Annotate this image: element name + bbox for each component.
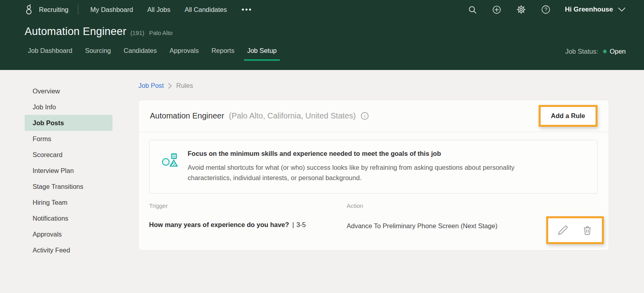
chevron-right-icon xyxy=(168,83,172,89)
search-icon[interactable] xyxy=(468,5,477,14)
shapes-diversity-icon xyxy=(161,152,178,167)
trigger-question: How many years of experience do you have… xyxy=(149,221,289,228)
help-icon[interactable]: ? xyxy=(541,5,551,14)
top-navbar: Recruiting My Dashboard All Jobs All Can… xyxy=(0,0,644,19)
sidebar-item-stage-transitions[interactable]: Stage Transitions xyxy=(25,179,113,194)
add-rule-button[interactable]: Add a Rule xyxy=(541,107,596,125)
sidebar-item-approvals[interactable]: Approvals xyxy=(25,226,113,242)
greenhouse-logo-icon[interactable] xyxy=(25,4,33,16)
sidebar-item-scorecard[interactable]: Scorecard xyxy=(25,147,113,163)
add-rule-highlight: Add a Rule xyxy=(539,105,597,127)
sidebar-item-overview[interactable]: Overview xyxy=(25,83,113,99)
breadcrumb: Job Post Rules xyxy=(138,82,609,89)
job-tabs: Job Dashboard Sourcing Candidates Approv… xyxy=(0,38,644,62)
row-actions xyxy=(548,218,602,242)
status-open-dot xyxy=(603,50,607,53)
job-req-id: (191) xyxy=(130,29,144,36)
tab-approvals[interactable]: Approvals xyxy=(167,47,202,61)
user-menu[interactable]: Hi Greenhouse xyxy=(565,6,626,14)
rules-card-title: Automation Engineer xyxy=(150,111,224,120)
product-name: Recruiting xyxy=(39,6,68,14)
rule-trigger-cell: How many years of experience do you have… xyxy=(149,221,347,229)
sidebar-item-notifications[interactable]: Notifications xyxy=(25,210,113,226)
app-header: Recruiting My Dashboard All Jobs All Can… xyxy=(0,0,644,70)
tab-job-setup[interactable]: Job Setup xyxy=(244,47,280,61)
nav-divider xyxy=(78,4,78,15)
row-actions-highlight xyxy=(546,216,604,244)
user-menu-label: Hi Greenhouse xyxy=(565,6,613,14)
trash-icon[interactable] xyxy=(582,225,592,235)
rules-card-location: (Palo Alto, California, United States) xyxy=(229,111,356,120)
main-panel: Job Post Rules Automation Engineer (Palo… xyxy=(138,70,609,258)
rule-row: How many years of experience do you have… xyxy=(149,221,597,237)
tab-sourcing[interactable]: Sourcing xyxy=(82,47,114,61)
sidebar-item-job-info[interactable]: Job Info xyxy=(25,99,113,115)
add-icon[interactable] xyxy=(492,5,501,14)
info-icon[interactable]: i xyxy=(361,112,369,120)
svg-text:i: i xyxy=(364,114,365,118)
job-setup-sidebar: Overview Job Info Job Posts Forms Scorec… xyxy=(25,83,113,258)
gear-icon[interactable] xyxy=(516,5,526,14)
nav-item-all-jobs[interactable]: All Jobs xyxy=(147,6,171,14)
sidebar-item-hiring-team[interactable]: Hiring Team xyxy=(25,194,113,210)
sidebar-item-interview-plan[interactable]: Interview Plan xyxy=(25,163,113,179)
more-menu-icon[interactable] xyxy=(241,8,252,12)
trigger-column-header: Trigger xyxy=(149,202,347,209)
trigger-separator: | xyxy=(292,221,294,228)
job-status-label: Job Status: xyxy=(565,48,598,55)
pencil-icon[interactable] xyxy=(558,225,568,235)
job-status: Job Status: Open xyxy=(565,48,626,61)
page-title: Automation Engineer xyxy=(25,25,126,38)
action-column-header: Action xyxy=(347,202,597,209)
rules-card: Automation Engineer (Palo Alto, Californ… xyxy=(138,100,609,250)
svg-text:?: ? xyxy=(544,6,547,12)
job-location: Palo Alto xyxy=(149,29,173,36)
tip-body: Avoid mental shortcuts for what (or who)… xyxy=(188,163,537,183)
sidebar-item-job-posts[interactable]: Job Posts xyxy=(25,115,113,131)
nav-item-my-dashboard[interactable]: My Dashboard xyxy=(90,6,133,14)
tab-reports[interactable]: Reports xyxy=(208,47,238,61)
tip-text-group: Focus on the minimum skills and experien… xyxy=(188,150,537,183)
rules-card-body: Focus on the minimum skills and experien… xyxy=(139,132,609,250)
breadcrumb-job-post-link[interactable]: Job Post xyxy=(138,82,164,89)
rule-action-cell: Advance To Preliminary Phone Screen (Nex… xyxy=(347,221,497,231)
tip-heading: Focus on the minimum skills and experien… xyxy=(188,150,537,157)
nav-item-all-candidates[interactable]: All Candidates xyxy=(184,6,227,14)
page-content: Overview Job Info Job Posts Forms Scorec… xyxy=(0,70,644,258)
rules-card-header: Automation Engineer (Palo Alto, Californ… xyxy=(139,100,609,132)
inclusion-tip-box: Focus on the minimum skills and experien… xyxy=(149,140,597,194)
job-title-row: Automation Engineer (191) Palo Alto xyxy=(0,19,644,38)
tab-job-dashboard[interactable]: Job Dashboard xyxy=(25,47,76,61)
trigger-value: 3-5 xyxy=(296,221,306,228)
nav-right-group: ? Hi Greenhouse xyxy=(453,5,626,14)
rules-table-header: Trigger Action xyxy=(149,202,597,209)
sidebar-item-activity-feed[interactable]: Activity Feed xyxy=(25,242,113,258)
status-value: Open xyxy=(610,48,626,55)
breadcrumb-current: Rules xyxy=(176,82,193,89)
tab-candidates[interactable]: Candidates xyxy=(120,47,160,61)
sidebar-item-forms[interactable]: Forms xyxy=(25,131,113,147)
chevron-down-icon xyxy=(618,7,626,12)
